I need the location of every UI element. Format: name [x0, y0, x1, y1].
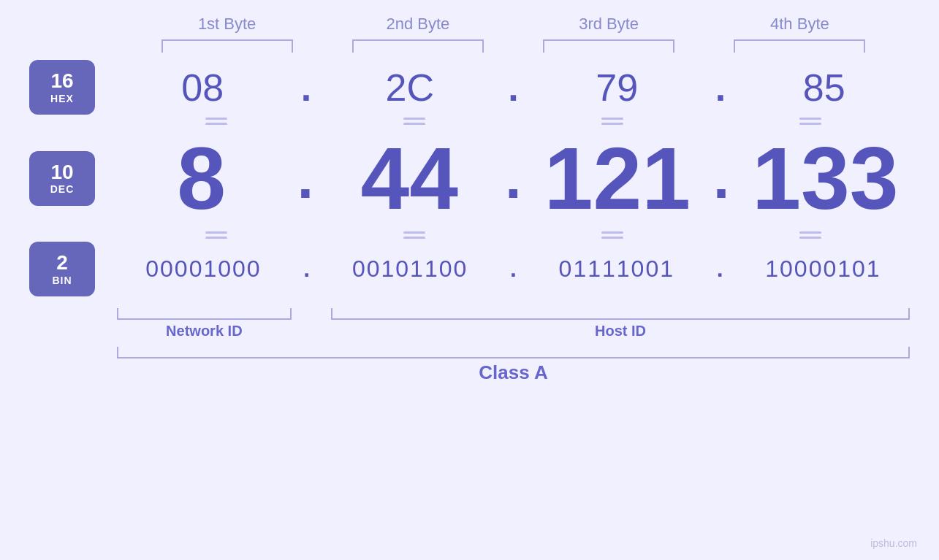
byte3-header: 3rd Byte: [536, 15, 682, 34]
bin-b3: 01111001: [544, 256, 690, 283]
eq-1-b2: [341, 118, 487, 125]
dec-values: 8 . 44 . 121 . 133: [117, 128, 910, 229]
hex-row: 16 HEX 08 . 2C . 79 . 85: [29, 60, 910, 115]
bin-b4: 10000101: [750, 256, 896, 283]
host-bracket: [331, 308, 910, 320]
dec-b1: 8: [129, 128, 275, 229]
equals-row-2: [29, 229, 910, 242]
dot-bin-3: .: [717, 256, 723, 283]
host-id-label: Host ID: [331, 323, 910, 340]
dec-badge-label: DEC: [50, 183, 75, 195]
bracket-b2: [352, 39, 484, 53]
dot-dec-1: .: [297, 145, 313, 212]
hex-b2: 2C: [337, 66, 483, 110]
eq-1-b3: [539, 118, 685, 125]
hex-b3: 79: [544, 66, 690, 110]
eq-2-b2: [341, 231, 487, 239]
dot-hex-3: .: [715, 66, 726, 110]
top-brackets: [29, 39, 910, 53]
eq-2-b4: [737, 231, 883, 239]
bracket-b4: [734, 39, 865, 53]
byte2-header: 2nd Byte: [345, 15, 491, 34]
dec-row: 10 DEC 8 . 44 . 121 . 133: [29, 128, 910, 229]
eq-1-b4: [737, 118, 883, 125]
dec-b4: 133: [752, 128, 898, 229]
class-bracket: [117, 347, 910, 358]
byte1-header: 1st Byte: [154, 15, 300, 34]
network-bracket: [117, 308, 292, 320]
dec-b3: 121: [544, 128, 691, 229]
dec-badge: 10 DEC: [29, 151, 95, 206]
dot-hex-1: .: [301, 66, 311, 110]
byte-headers-row: 1st Byte 2nd Byte 3rd Byte 4th Byte: [29, 15, 910, 34]
bin-badge: 2 BIN: [29, 242, 95, 296]
hex-b1: 08: [129, 66, 275, 110]
class-label: Class A: [117, 361, 910, 384]
bin-row: 2 BIN 00001000 . 00101100 . 01111001 . 1…: [29, 242, 910, 296]
hex-values: 08 . 2C . 79 . 85: [117, 66, 910, 110]
network-id-label: Network ID: [117, 323, 292, 340]
bin-values: 00001000 . 00101100 . 01111001 . 1000010…: [117, 256, 910, 283]
eq-2-b3: [539, 231, 685, 239]
bin-b2: 00101100: [337, 256, 483, 283]
equals-row-1: [29, 115, 910, 128]
dot-dec-2: .: [505, 145, 521, 212]
bracket-b3: [543, 39, 674, 53]
watermark: ipshu.com: [870, 537, 917, 549]
bin-b1: 00001000: [130, 256, 276, 283]
bottom-section: Network ID Host ID Class A: [29, 304, 910, 384]
dot-bin-2: .: [510, 256, 517, 283]
dot-dec-3: .: [713, 145, 729, 212]
byte4-header: 4th Byte: [726, 15, 873, 34]
eq-1-b1: [143, 118, 289, 125]
dot-bin-1: .: [303, 256, 310, 283]
dec-badge-number: 10: [50, 161, 73, 184]
bin-badge-label: BIN: [52, 275, 72, 286]
hex-badge-number: 16: [50, 70, 73, 93]
eq-2-b1: [143, 231, 289, 239]
bracket-b1: [161, 39, 293, 53]
hex-b4: 85: [751, 66, 897, 110]
main-container: 1st Byte 2nd Byte 3rd Byte 4th Byte 16 H…: [0, 0, 939, 560]
bin-badge-number: 2: [56, 252, 68, 275]
dec-b2: 44: [336, 128, 482, 229]
hex-badge-label: HEX: [50, 93, 74, 104]
hex-badge: 16 HEX: [29, 60, 95, 115]
dot-hex-2: .: [508, 66, 518, 110]
